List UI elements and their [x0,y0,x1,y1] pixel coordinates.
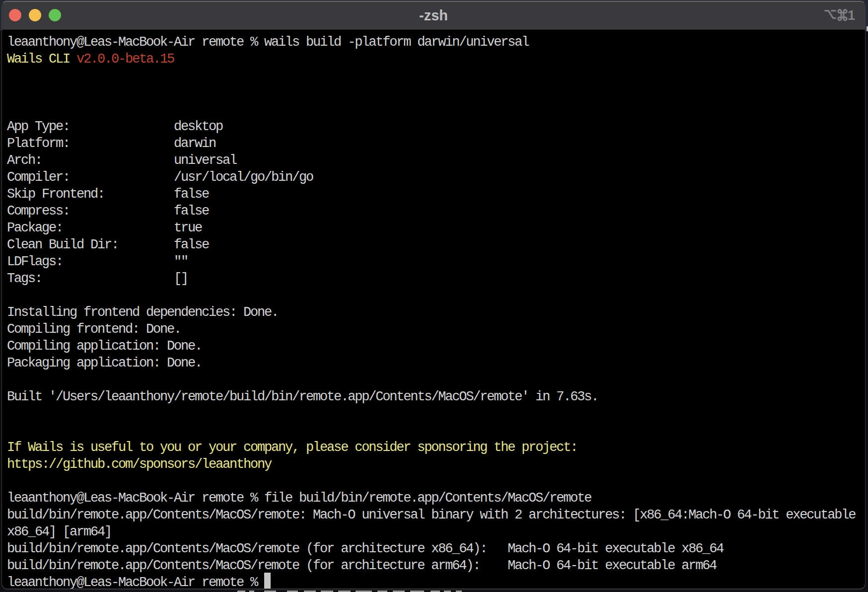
svg-text:1: 1 [848,8,855,23]
